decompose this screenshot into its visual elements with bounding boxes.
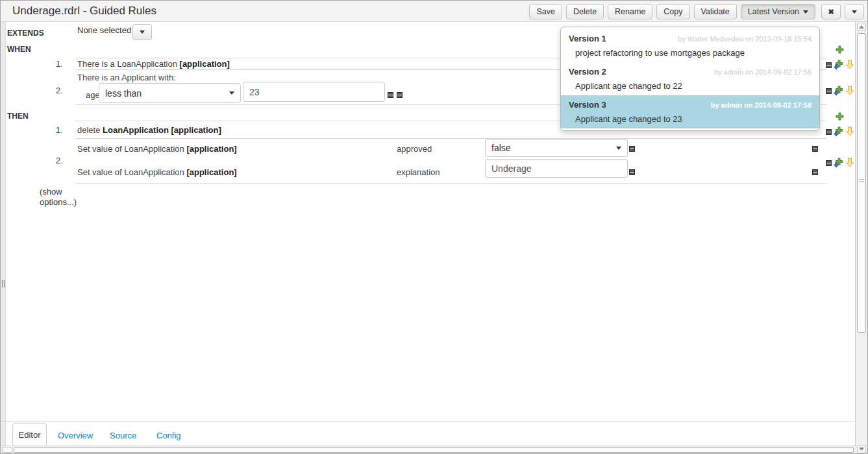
plus-icon [836,45,844,54]
field-options-button[interactable] [397,92,403,98]
toolbar: Save Delete Rename Copy Validate Latest … [529,4,864,19]
version-description: project refactoring to use mortgages pac… [569,48,812,58]
move-row-down-button[interactable] [845,158,854,167]
scrollbar-grip-icon [859,179,864,183]
down-arrow-icon [845,126,854,136]
delete-button[interactable]: Delete [566,4,604,19]
splitter-handle[interactable] [1,22,6,448]
horizontal-scrollbar[interactable] [1,446,856,453]
field-label-approved: approved [397,144,432,154]
move-row-down-button[interactable] [845,60,854,69]
operator-value: less than [105,88,142,99]
panel-menu-button[interactable] [845,4,864,19]
close-button[interactable]: ✖ [821,4,841,19]
when-label: WHEN [7,45,31,54]
pattern-text: There is a LoanApplication [77,59,180,69]
when-row-pattern: There is a LoanApplication [application] [77,59,230,69]
plus-arrow-icon [833,126,844,137]
row-number: 1. [56,59,63,69]
caret-down-icon [140,30,145,34]
version-item-header: Version 3 by admin on 2014-09-02 17:58 [569,100,812,110]
field-options-button[interactable] [629,146,635,152]
add-row-below-button[interactable] [833,86,844,96]
then-label: THEN [7,112,29,121]
show-options-link[interactable]: (show options...) [40,187,81,208]
field-options-button[interactable] [812,169,818,175]
field-options-button[interactable] [812,146,818,152]
set-value-action: Set value of LoanApplication [applicatio… [77,167,237,177]
close-icon: ✖ [828,8,834,16]
add-row-below-button[interactable] [833,126,844,137]
version-meta: by admin on 2014-09-02 17:58 [711,101,812,109]
row-options-button[interactable] [826,129,832,135]
plus-arrow-icon [833,86,844,96]
latest-version-button[interactable]: Latest Version [741,4,815,19]
age-value-input[interactable] [243,82,385,102]
vertical-scrollbar[interactable] [855,22,867,454]
action-text: Set value of LoanApplication [77,144,186,154]
chevron-down-icon [852,10,857,14]
row-options-button[interactable] [826,62,832,68]
version-description: Applicant age changed to 23 [569,114,812,124]
version-title: Version 2 [569,67,606,77]
then-row-action: delete LoanApplication [application] [77,125,221,135]
tabbar-divider [1,422,856,422]
save-button[interactable]: Save [529,4,562,19]
action-binding: [application] [186,144,236,154]
version-item[interactable]: Version 2 by admin on 2014-09-02 17:56 A… [561,62,819,95]
scroll-down-button[interactable] [857,445,866,453]
add-row-below-button[interactable] [833,60,844,70]
caret-down-icon [803,10,808,14]
version-item-header: Version 1 by Walter Medvedeo on 2013-09-… [569,34,812,43]
operator-select[interactable]: less than [99,83,241,103]
validate-button[interactable]: Validate [694,4,737,19]
horizontal-scrollbar-thumb[interactable] [14,447,854,453]
down-arrow-icon [845,158,854,167]
plus-arrow-icon [833,60,844,70]
action-text: Set value of LoanApplication [77,167,186,177]
extends-dropdown-button[interactable] [132,24,152,40]
scroll-up-button[interactable] [857,23,866,31]
row-options-button[interactable] [826,88,832,94]
row-number: 2. [56,86,63,95]
tab-overview[interactable]: Overview [58,431,93,440]
down-arrow-icon [845,86,854,95]
add-condition-button[interactable] [836,45,844,54]
action-binding: LoanApplication [application] [103,125,221,135]
field-options-button[interactable] [388,92,393,98]
add-action-button[interactable] [836,112,844,121]
approved-select[interactable]: false [485,139,628,157]
down-arrow-icon [845,60,854,69]
row-number: 2. [56,156,63,165]
page-title: Underage.rdrl - Guided Rules [12,5,156,18]
move-row-down-button[interactable] [845,126,854,136]
copy-button[interactable]: Copy [656,4,689,19]
version-meta: by admin on 2014-09-02 17:56 [714,68,812,76]
version-title: Version 3 [569,100,606,110]
row-divider [75,138,826,139]
tab-editor[interactable]: Editor [12,423,47,447]
move-row-down-button[interactable] [845,86,854,95]
version-description: Applicant age changed to 22 [569,81,812,91]
vertical-scrollbar-thumb[interactable] [857,33,866,333]
tab-config[interactable]: Config [156,431,181,440]
tab-source[interactable]: Source [110,431,136,440]
version-item-header: Version 2 by admin on 2014-09-02 17:56 [569,67,812,77]
extends-label: EXTENDS [7,29,44,38]
grip-icon [2,280,5,287]
field-options-button[interactable] [629,169,635,175]
action-text: delete [77,125,103,135]
version-history-dropdown: Version 1 by Walter Medvedeo on 2013-09-… [560,27,820,131]
triangle-up-icon [859,25,864,29]
add-row-below-button[interactable] [833,158,844,168]
row-options-button[interactable] [826,160,832,166]
plus-icon [836,112,844,121]
explanation-input[interactable] [485,159,628,178]
scroll-left-button[interactable] [2,447,12,453]
version-item[interactable]: Version 1 by Walter Medvedeo on 2013-09-… [561,29,819,62]
version-item-selected[interactable]: Version 3 by admin on 2014-09-02 17:58 A… [561,95,819,128]
guided-rules-editor-window: Underage.rdrl - Guided Rules Save Delete… [0,0,868,454]
rename-button[interactable]: Rename [608,4,652,19]
set-value-action: Set value of LoanApplication [applicatio… [77,144,237,154]
row-number: 1. [56,125,63,135]
